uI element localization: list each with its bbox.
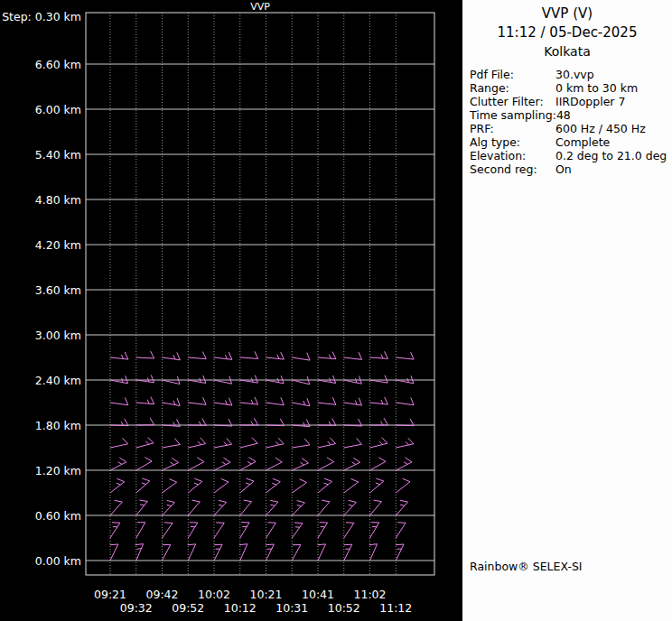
wind-barb [396,544,404,561]
wind-barb [163,352,181,359]
wind-barb [214,500,227,515]
wind-barb [266,352,285,359]
y-tick-label: 6.00 km [35,103,81,116]
wind-barb [318,500,330,515]
wind-barb [110,544,118,561]
wind-barb [396,478,410,493]
info-label: Clutter Filter: [470,95,555,108]
wind-barb [344,500,357,515]
y-tick-label: 1.20 km [35,464,81,477]
x-tick-label: 09:42 [145,588,178,601]
wind-barb [396,352,414,359]
wind-barb [266,438,285,448]
wind-barb [370,351,388,358]
x-tick-label: 11:12 [379,601,412,615]
y-tick-label: 2.40 km [35,374,81,387]
x-tick-label: 10:52 [328,601,360,615]
info-row: Elevation:0.2 deg to 21.0 deg [470,149,672,162]
y-tick-label: 0.60 km [35,509,81,523]
info-value: Complete [555,135,610,149]
wind-barb [163,544,171,561]
info-value: 48 [556,108,571,122]
info-label: Alg type: [470,135,555,149]
y-tick-label: 3.60 km [35,283,81,297]
wind-barb [163,500,175,515]
x-axis-labels: 09:2109:3209:4209:5210:0210:1210:2110:31… [94,588,412,615]
wind-barb [396,397,414,404]
wind-barb [370,397,388,404]
wind-barb [110,523,120,538]
info-label: Second reg: [470,162,555,176]
info-row: Alg type:Complete [470,135,672,149]
wind-barb [266,458,283,470]
x-tick-label: 10:31 [275,601,308,615]
wind-barb [240,500,252,515]
wind-barb [344,478,359,493]
wind-barb [240,458,256,470]
info-value: 0.2 deg to 21.0 deg [555,149,667,162]
wind-barb [318,375,336,384]
info-label: Time sampling: [470,108,556,122]
wind-barb [136,351,154,358]
wind-barb [188,478,202,493]
wind-barb [136,478,150,493]
wind-barb [370,523,379,538]
wind-barb [214,478,229,493]
wind-barb [318,544,326,561]
wind-barb [188,458,204,470]
wind-barb [188,397,206,404]
wind-barb [240,523,249,538]
wind-barb [396,523,406,538]
info-row: Time sampling:48 [470,108,672,122]
wind-barb [240,438,257,448]
panel-site: Kolkata [462,44,672,59]
wind-barb [188,544,196,561]
y-tick-label: 6.60 km [35,58,81,71]
wind-barb [318,438,336,448]
wind-barb [266,544,274,561]
wind-barb [136,418,154,425]
panel-title: VVP (V) [462,5,672,22]
wind-barb [344,398,362,405]
step-label: Step: 0.30 km [2,10,81,23]
wind-barb [214,352,232,359]
info-label: PRF: [470,122,555,135]
y-tick-label: 0.00 km [35,554,81,568]
y-tick-label: 1.80 km [35,419,81,432]
wind-barb [344,352,362,359]
wind-barb [110,458,126,470]
wind-barb [292,398,310,406]
info-value: 0 km to 30 km [555,81,638,95]
info-value: 30.vvp [555,68,594,81]
wind-barb [163,458,179,470]
y-tick-label: 5.40 km [35,148,81,162]
wind-barb [110,438,128,448]
wind-barb [318,397,336,404]
x-tick-label: 11:02 [353,588,386,601]
wind-barb [292,523,303,538]
wind-barb [240,418,258,425]
vvp-chart: VVP Step: 0.30 km 6.60 km6.00 km5.40 km4… [0,0,462,621]
wind-barb [396,458,412,470]
x-tick-label: 10:21 [249,588,282,601]
info-row: Clutter Filter:IIRDoppler 7 [470,95,672,108]
wind-barb [396,500,407,515]
info-rows: Pdf File:30.vvpRange:0 km to 30 kmClutte… [462,68,672,176]
wind-barb [370,500,382,515]
wind-barb [318,419,336,426]
wind-barb [163,523,173,538]
wind-barb [266,523,276,538]
wind-barb [370,458,387,470]
wind-barb [214,523,224,538]
info-value: On [555,162,572,176]
wind-barb [370,375,388,383]
wind-barb [214,544,222,561]
wind-barb [344,458,360,470]
x-tick-label: 09:32 [120,601,153,615]
wind-barb [318,523,328,538]
y-tick-label: 4.80 km [35,193,81,207]
wind-barb [188,375,206,384]
info-label: Range: [470,81,555,95]
wind-barb [110,500,122,515]
wind-barb [292,479,306,493]
